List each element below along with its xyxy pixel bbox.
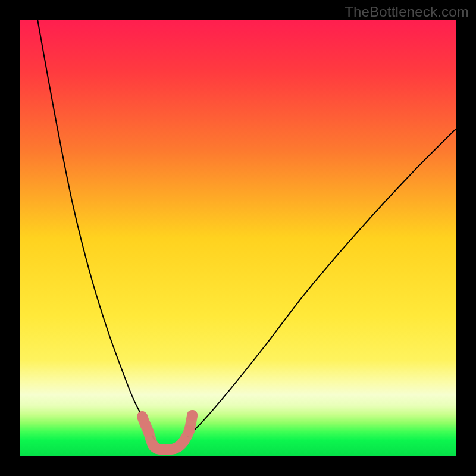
watermark-text: TheBottleneck.com (345, 4, 469, 20)
plot-area (20, 20, 456, 456)
marker-dot (184, 425, 195, 436)
chart-svg (20, 20, 456, 456)
gradient-background (20, 20, 456, 456)
chart-frame: TheBottleneck.com (0, 0, 476, 476)
marker-dot (143, 426, 154, 437)
marker-dot (187, 410, 198, 421)
marker-dot (178, 436, 189, 446)
